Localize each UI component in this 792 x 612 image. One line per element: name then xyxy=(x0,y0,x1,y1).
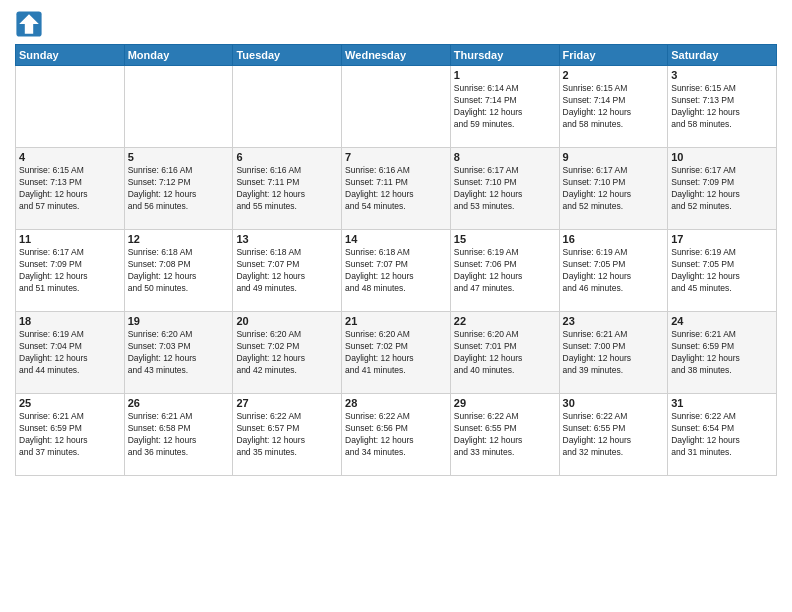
day-info: Sunrise: 6:14 AM Sunset: 7:14 PM Dayligh… xyxy=(454,83,556,131)
day-number: 7 xyxy=(345,151,447,163)
calendar-cell: 21Sunrise: 6:20 AM Sunset: 7:02 PM Dayli… xyxy=(342,312,451,394)
day-info: Sunrise: 6:15 AM Sunset: 7:13 PM Dayligh… xyxy=(19,165,121,213)
day-number: 12 xyxy=(128,233,230,245)
day-info: Sunrise: 6:16 AM Sunset: 7:12 PM Dayligh… xyxy=(128,165,230,213)
day-info: Sunrise: 6:21 AM Sunset: 6:58 PM Dayligh… xyxy=(128,411,230,459)
day-number: 10 xyxy=(671,151,773,163)
weekday-header-thursday: Thursday xyxy=(450,45,559,66)
day-info: Sunrise: 6:22 AM Sunset: 6:55 PM Dayligh… xyxy=(454,411,556,459)
calendar-cell: 1Sunrise: 6:14 AM Sunset: 7:14 PM Daylig… xyxy=(450,66,559,148)
calendar-cell: 31Sunrise: 6:22 AM Sunset: 6:54 PM Dayli… xyxy=(668,394,777,476)
day-info: Sunrise: 6:17 AM Sunset: 7:10 PM Dayligh… xyxy=(454,165,556,213)
day-info: Sunrise: 6:20 AM Sunset: 7:02 PM Dayligh… xyxy=(345,329,447,377)
day-info: Sunrise: 6:16 AM Sunset: 7:11 PM Dayligh… xyxy=(345,165,447,213)
calendar-cell xyxy=(16,66,125,148)
day-number: 29 xyxy=(454,397,556,409)
calendar-cell: 3Sunrise: 6:15 AM Sunset: 7:13 PM Daylig… xyxy=(668,66,777,148)
day-info: Sunrise: 6:15 AM Sunset: 7:13 PM Dayligh… xyxy=(671,83,773,131)
calendar-cell: 23Sunrise: 6:21 AM Sunset: 7:00 PM Dayli… xyxy=(559,312,668,394)
weekday-header-saturday: Saturday xyxy=(668,45,777,66)
day-info: Sunrise: 6:22 AM Sunset: 6:57 PM Dayligh… xyxy=(236,411,338,459)
calendar-cell: 11Sunrise: 6:17 AM Sunset: 7:09 PM Dayli… xyxy=(16,230,125,312)
week-row-2: 4Sunrise: 6:15 AM Sunset: 7:13 PM Daylig… xyxy=(16,148,777,230)
day-info: Sunrise: 6:22 AM Sunset: 6:55 PM Dayligh… xyxy=(563,411,665,459)
day-info: Sunrise: 6:20 AM Sunset: 7:02 PM Dayligh… xyxy=(236,329,338,377)
day-info: Sunrise: 6:21 AM Sunset: 6:59 PM Dayligh… xyxy=(19,411,121,459)
week-row-1: 1Sunrise: 6:14 AM Sunset: 7:14 PM Daylig… xyxy=(16,66,777,148)
calendar-cell: 17Sunrise: 6:19 AM Sunset: 7:05 PM Dayli… xyxy=(668,230,777,312)
weekday-header-row: SundayMondayTuesdayWednesdayThursdayFrid… xyxy=(16,45,777,66)
calendar-cell: 12Sunrise: 6:18 AM Sunset: 7:08 PM Dayli… xyxy=(124,230,233,312)
day-number: 1 xyxy=(454,69,556,81)
day-info: Sunrise: 6:17 AM Sunset: 7:10 PM Dayligh… xyxy=(563,165,665,213)
weekday-header-tuesday: Tuesday xyxy=(233,45,342,66)
header xyxy=(15,10,777,38)
day-info: Sunrise: 6:16 AM Sunset: 7:11 PM Dayligh… xyxy=(236,165,338,213)
calendar-cell xyxy=(233,66,342,148)
weekday-header-friday: Friday xyxy=(559,45,668,66)
calendar-cell: 14Sunrise: 6:18 AM Sunset: 7:07 PM Dayli… xyxy=(342,230,451,312)
calendar-cell: 10Sunrise: 6:17 AM Sunset: 7:09 PM Dayli… xyxy=(668,148,777,230)
day-info: Sunrise: 6:18 AM Sunset: 7:07 PM Dayligh… xyxy=(236,247,338,295)
day-number: 14 xyxy=(345,233,447,245)
logo-area xyxy=(15,10,45,38)
calendar-cell: 5Sunrise: 6:16 AM Sunset: 7:12 PM Daylig… xyxy=(124,148,233,230)
day-number: 17 xyxy=(671,233,773,245)
calendar-cell: 19Sunrise: 6:20 AM Sunset: 7:03 PM Dayli… xyxy=(124,312,233,394)
day-number: 4 xyxy=(19,151,121,163)
day-number: 31 xyxy=(671,397,773,409)
weekday-header-sunday: Sunday xyxy=(16,45,125,66)
calendar-cell: 30Sunrise: 6:22 AM Sunset: 6:55 PM Dayli… xyxy=(559,394,668,476)
calendar-cell: 6Sunrise: 6:16 AM Sunset: 7:11 PM Daylig… xyxy=(233,148,342,230)
day-number: 5 xyxy=(128,151,230,163)
day-info: Sunrise: 6:21 AM Sunset: 7:00 PM Dayligh… xyxy=(563,329,665,377)
calendar-cell: 4Sunrise: 6:15 AM Sunset: 7:13 PM Daylig… xyxy=(16,148,125,230)
week-row-5: 25Sunrise: 6:21 AM Sunset: 6:59 PM Dayli… xyxy=(16,394,777,476)
day-number: 13 xyxy=(236,233,338,245)
day-number: 24 xyxy=(671,315,773,327)
calendar-table: SundayMondayTuesdayWednesdayThursdayFrid… xyxy=(15,44,777,476)
day-info: Sunrise: 6:15 AM Sunset: 7:14 PM Dayligh… xyxy=(563,83,665,131)
calendar-cell: 2Sunrise: 6:15 AM Sunset: 7:14 PM Daylig… xyxy=(559,66,668,148)
main-container: SundayMondayTuesdayWednesdayThursdayFrid… xyxy=(0,0,792,481)
calendar-cell: 18Sunrise: 6:19 AM Sunset: 7:04 PM Dayli… xyxy=(16,312,125,394)
day-info: Sunrise: 6:19 AM Sunset: 7:05 PM Dayligh… xyxy=(563,247,665,295)
calendar-cell: 16Sunrise: 6:19 AM Sunset: 7:05 PM Dayli… xyxy=(559,230,668,312)
calendar-cell: 8Sunrise: 6:17 AM Sunset: 7:10 PM Daylig… xyxy=(450,148,559,230)
calendar-cell: 28Sunrise: 6:22 AM Sunset: 6:56 PM Dayli… xyxy=(342,394,451,476)
calendar-cell xyxy=(342,66,451,148)
day-info: Sunrise: 6:19 AM Sunset: 7:04 PM Dayligh… xyxy=(19,329,121,377)
calendar-cell: 22Sunrise: 6:20 AM Sunset: 7:01 PM Dayli… xyxy=(450,312,559,394)
day-info: Sunrise: 6:17 AM Sunset: 7:09 PM Dayligh… xyxy=(671,165,773,213)
day-number: 18 xyxy=(19,315,121,327)
day-number: 27 xyxy=(236,397,338,409)
day-info: Sunrise: 6:22 AM Sunset: 6:56 PM Dayligh… xyxy=(345,411,447,459)
day-info: Sunrise: 6:18 AM Sunset: 7:07 PM Dayligh… xyxy=(345,247,447,295)
day-number: 21 xyxy=(345,315,447,327)
day-info: Sunrise: 6:19 AM Sunset: 7:05 PM Dayligh… xyxy=(671,247,773,295)
day-number: 8 xyxy=(454,151,556,163)
day-info: Sunrise: 6:21 AM Sunset: 6:59 PM Dayligh… xyxy=(671,329,773,377)
day-number: 2 xyxy=(563,69,665,81)
day-number: 26 xyxy=(128,397,230,409)
day-number: 20 xyxy=(236,315,338,327)
calendar-cell: 26Sunrise: 6:21 AM Sunset: 6:58 PM Dayli… xyxy=(124,394,233,476)
calendar-cell: 13Sunrise: 6:18 AM Sunset: 7:07 PM Dayli… xyxy=(233,230,342,312)
day-number: 16 xyxy=(563,233,665,245)
calendar-cell: 25Sunrise: 6:21 AM Sunset: 6:59 PM Dayli… xyxy=(16,394,125,476)
day-info: Sunrise: 6:20 AM Sunset: 7:03 PM Dayligh… xyxy=(128,329,230,377)
day-number: 19 xyxy=(128,315,230,327)
calendar-cell: 20Sunrise: 6:20 AM Sunset: 7:02 PM Dayli… xyxy=(233,312,342,394)
day-number: 22 xyxy=(454,315,556,327)
day-number: 15 xyxy=(454,233,556,245)
week-row-4: 18Sunrise: 6:19 AM Sunset: 7:04 PM Dayli… xyxy=(16,312,777,394)
day-info: Sunrise: 6:19 AM Sunset: 7:06 PM Dayligh… xyxy=(454,247,556,295)
day-number: 9 xyxy=(563,151,665,163)
day-number: 25 xyxy=(19,397,121,409)
day-number: 28 xyxy=(345,397,447,409)
calendar-cell: 27Sunrise: 6:22 AM Sunset: 6:57 PM Dayli… xyxy=(233,394,342,476)
day-info: Sunrise: 6:22 AM Sunset: 6:54 PM Dayligh… xyxy=(671,411,773,459)
day-info: Sunrise: 6:17 AM Sunset: 7:09 PM Dayligh… xyxy=(19,247,121,295)
calendar-cell: 15Sunrise: 6:19 AM Sunset: 7:06 PM Dayli… xyxy=(450,230,559,312)
day-number: 23 xyxy=(563,315,665,327)
